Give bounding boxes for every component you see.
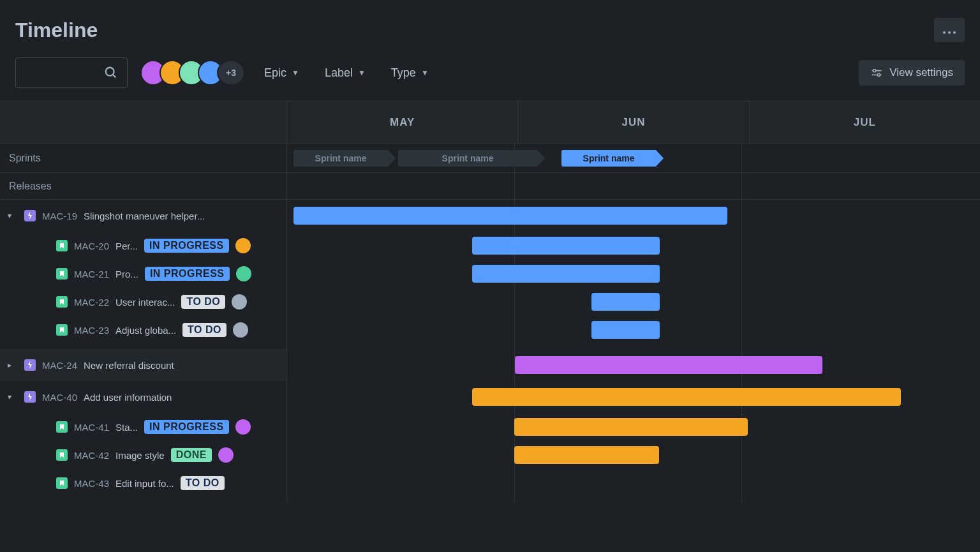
filter-label: Epic <box>264 66 286 80</box>
epic-row[interactable]: ▸MAC-24New referral discount <box>0 349 286 381</box>
timeline-row <box>287 469 980 497</box>
epic-bar[interactable] <box>472 388 901 406</box>
assignee-filter-avatars[interactable]: +3 <box>140 60 245 86</box>
issue-summary: Pro... <box>115 269 138 280</box>
issue-key: MAC-24 <box>42 360 77 371</box>
assignee-avatar[interactable] <box>235 419 251 435</box>
epic-icon <box>24 359 36 371</box>
task-row[interactable]: MAC-20Per...IN PROGRESS <box>0 232 286 260</box>
avatar-overflow[interactable]: +3 <box>217 60 245 86</box>
filter-label: Type <box>391 66 416 80</box>
assignee-avatar[interactable] <box>218 447 234 463</box>
releases-row <box>287 173 980 200</box>
story-icon <box>56 421 68 433</box>
timeline-column: MAY JUN JUL Sprint nameSprint nameSprint… <box>287 101 980 502</box>
view-settings-label: View settings <box>889 66 953 79</box>
epic-row[interactable]: ▾MAC-40Add user information <box>0 381 286 413</box>
chevron-down-icon: ▼ <box>292 68 299 77</box>
type-filter[interactable]: Type ▼ <box>385 61 435 85</box>
search-icon <box>104 66 118 80</box>
task-bar[interactable] <box>591 321 660 339</box>
issue-key: MAC-40 <box>42 392 77 403</box>
task-bar[interactable] <box>514 446 659 464</box>
timeline-row <box>287 260 980 288</box>
issue-summary: Image style <box>115 450 165 461</box>
issue-key: MAC-43 <box>74 478 109 489</box>
epic-filter[interactable]: Epic ▼ <box>258 61 306 85</box>
status-badge: DONE <box>171 448 212 462</box>
svg-point-5 <box>877 73 880 76</box>
task-row[interactable]: MAC-41Sta...IN PROGRESS <box>0 413 286 441</box>
assignee-avatar[interactable] <box>232 294 247 310</box>
chevron-down-icon: ▼ <box>421 68 429 77</box>
status-badge: IN PROGRESS <box>144 239 229 253</box>
status-badge: TO DO <box>181 476 225 490</box>
view-settings-button[interactable]: View settings <box>859 60 965 86</box>
sprint-pill[interactable]: Sprint name <box>293 150 396 167</box>
epic-icon <box>24 391 36 403</box>
task-row[interactable]: MAC-21Pro...IN PROGRESS <box>0 260 286 288</box>
task-row[interactable]: MAC-42Image styleDONE <box>0 441 286 469</box>
releases-section-label: Releases <box>0 173 286 200</box>
epic-icon <box>24 210 36 221</box>
task-bar[interactable] <box>472 265 660 283</box>
expand-toggle[interactable]: ▸ <box>8 361 18 369</box>
sprints-section-label: Sprints <box>0 144 286 173</box>
assignee-avatar[interactable] <box>235 238 251 253</box>
issue-list-column: Sprints Releases ▾MAC-19Slingshot maneuv… <box>0 101 287 502</box>
ellipsis-icon <box>942 25 957 36</box>
issue-key: MAC-23 <box>74 325 109 336</box>
story-icon <box>56 449 68 461</box>
epic-row[interactable]: ▾MAC-19Slingshot maneuver helper... <box>0 200 286 232</box>
task-row[interactable]: MAC-22User interac...TO DO <box>0 288 286 316</box>
timeline-row <box>287 349 980 381</box>
label-filter[interactable]: Label ▼ <box>318 61 372 85</box>
epic-bar[interactable] <box>293 207 727 225</box>
task-row[interactable]: MAC-43Edit input fo...TO DO <box>0 469 286 497</box>
assignee-avatar[interactable] <box>233 322 248 338</box>
story-icon <box>56 296 68 308</box>
month-label: JUN <box>518 101 749 143</box>
chevron-down-icon: ▼ <box>358 68 366 77</box>
filter-label: Label <box>325 66 353 80</box>
issue-key: MAC-20 <box>74 241 109 251</box>
timeline-row <box>287 288 980 316</box>
assignee-avatar[interactable] <box>236 266 251 281</box>
story-icon <box>56 324 68 336</box>
task-bar[interactable] <box>472 237 660 255</box>
timeline-row <box>287 200 980 232</box>
issue-key: MAC-41 <box>74 422 109 433</box>
status-badge: TO DO <box>182 323 226 337</box>
timeline-row <box>287 232 980 260</box>
search-input[interactable] <box>15 57 128 88</box>
svg-line-1 <box>113 75 116 78</box>
timeline-row <box>287 413 980 441</box>
status-badge: IN PROGRESS <box>145 267 230 281</box>
task-bar[interactable] <box>514 418 748 436</box>
status-badge: TO DO <box>181 295 225 309</box>
task-row[interactable]: MAC-23Adjust globa...TO DO <box>0 316 286 344</box>
month-header: MAY JUN JUL <box>287 101 980 144</box>
more-menu-button[interactable] <box>934 18 965 42</box>
issue-key: MAC-22 <box>74 297 109 308</box>
sprint-pill[interactable]: Sprint name <box>398 150 545 167</box>
issue-summary: User interac... <box>115 297 175 308</box>
task-bar[interactable] <box>591 293 660 311</box>
story-icon <box>56 477 68 489</box>
timeline-row <box>287 381 980 413</box>
issue-summary: Per... <box>115 241 138 251</box>
month-label: JUL <box>750 101 980 143</box>
issue-summary: New referral discount <box>84 360 174 371</box>
svg-point-4 <box>873 70 876 72</box>
timeline-row <box>287 316 980 344</box>
sprint-pill[interactable]: Sprint name <box>561 150 664 167</box>
issue-key: MAC-21 <box>74 269 109 280</box>
issue-summary: Sta... <box>115 422 138 433</box>
epic-bar[interactable] <box>515 356 822 374</box>
expand-toggle[interactable]: ▾ <box>8 211 18 220</box>
expand-toggle[interactable]: ▾ <box>8 392 18 401</box>
timeline-row <box>287 441 980 469</box>
story-icon <box>56 240 68 251</box>
page-title: Timeline <box>15 19 98 42</box>
story-icon <box>56 268 68 280</box>
